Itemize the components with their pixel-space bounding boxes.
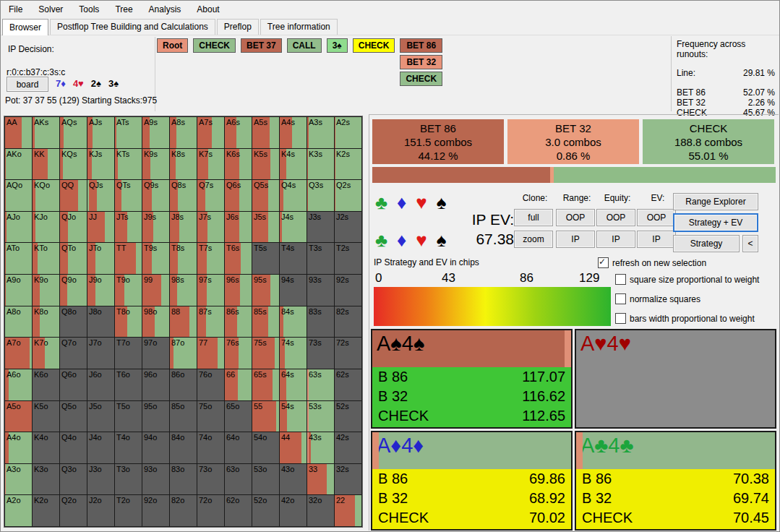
tab-postflop-tree-building-and-calculations[interactable]: Postflop Tree Building and Calculations: [50, 19, 215, 35]
action-option-check[interactable]: CHECK: [400, 72, 442, 86]
clone-full-button[interactable]: full: [514, 209, 553, 226]
menu-tree[interactable]: Tree: [107, 1, 140, 17]
hand-cell-72o[interactable]: 72o: [197, 495, 224, 526]
option-checkbox-square-size-proportional-to-weight-box[interactable]: [615, 274, 626, 285]
hand-cell-k8o[interactable]: K8o: [33, 306, 59, 338]
action-node-check[interactable]: CHECK: [193, 38, 236, 53]
hand-cell-j8o[interactable]: J8o: [87, 306, 114, 338]
hand-cell-q6s[interactable]: Q6s: [225, 180, 252, 211]
hand-cell-75o[interactable]: 75o: [197, 401, 224, 432]
hand-cell-k8s[interactable]: K8s: [170, 149, 197, 180]
hand-cell-aa[interactable]: AA: [5, 117, 32, 148]
hand-cell-j7s[interactable]: J7s: [197, 212, 224, 243]
hand-cell-82o[interactable]: 82o: [170, 495, 197, 526]
hand-cell-87o[interactable]: 87o: [170, 338, 197, 369]
refresh-checkbox-box[interactable]: ✓: [598, 257, 609, 268]
hand-cell-92o[interactable]: 92o: [142, 495, 169, 526]
hand-cell-98s[interactable]: 98s: [170, 275, 197, 306]
hand-cell-j7o[interactable]: J7o: [87, 338, 114, 369]
suit-1-item-icon[interactable]: ♦: [397, 193, 406, 212]
hand-cell-a9o[interactable]: A9o: [5, 275, 32, 306]
hand-cell-85s[interactable]: 85s: [252, 306, 279, 338]
hand-cell-63o[interactable]: 63o: [225, 464, 252, 495]
hand-cell-j3o[interactable]: J3o: [87, 464, 114, 495]
hand-cell-54s[interactable]: 54s: [280, 401, 307, 432]
hand-cell-32o[interactable]: 32o: [307, 495, 334, 526]
option-checkbox-normalize-squares-box[interactable]: [615, 293, 626, 304]
tab-tree-information[interactable]: Tree information: [260, 19, 338, 35]
option-checkbox-bars-width-proportional-to-weight[interactable]: bars width proportional to weight: [615, 313, 755, 324]
hand-cell-92s[interactable]: 92s: [335, 275, 361, 306]
hand-cell-k5s[interactable]: K5s: [252, 149, 279, 180]
hand-cell-98o[interactable]: 98o: [142, 306, 169, 338]
hand-cell-42o[interactable]: 42o: [280, 495, 307, 526]
hand-cell-q4o[interactable]: Q4o: [60, 432, 87, 463]
hand-cell-97o[interactable]: 97o: [142, 338, 169, 369]
hand-cell-43o[interactable]: 43o: [280, 464, 307, 495]
hand-cell-42s[interactable]: 42s: [335, 432, 361, 463]
hand-cell-qjo[interactable]: QJo: [60, 212, 87, 243]
hand-cell-95o[interactable]: 95o: [142, 401, 169, 432]
hand-cell-qts[interactable]: QTs: [115, 180, 142, 211]
hand-cell-86o[interactable]: 86o: [170, 369, 197, 400]
hand-cell-q8o[interactable]: Q8o: [60, 306, 87, 338]
hand-cell-k6s[interactable]: K6s: [225, 149, 252, 180]
action-summary-bet-32[interactable]: BET 323.0 combos0.86 %: [507, 119, 639, 164]
suit-1-item-icon[interactable]: ♥: [416, 193, 427, 212]
hand-cell-kjs[interactable]: KJs: [87, 149, 114, 180]
hand-cell-76s[interactable]: 76s: [225, 338, 252, 369]
hand-cell-qq[interactable]: QQ: [60, 180, 87, 211]
hand-cell-32s[interactable]: 32s: [335, 464, 361, 495]
option-checkbox-square-size-proportional-to-weight[interactable]: square size proportional to weight: [615, 274, 759, 285]
hand-cell-a6o[interactable]: A6o: [5, 369, 32, 400]
equity-ip-button[interactable]: IP: [596, 231, 635, 248]
hand-cell-j3s[interactable]: J3s: [307, 212, 334, 243]
hand-cell-q8s[interactable]: Q8s: [170, 180, 197, 211]
hand-cell-63s[interactable]: 63s: [307, 369, 334, 400]
hand-cell-ajo[interactable]: AJo: [5, 212, 32, 243]
hand-cell-a5s[interactable]: A5s: [252, 117, 279, 148]
hand-cell-a2s[interactable]: A2s: [335, 117, 361, 148]
hand-cell-44[interactable]: 44: [280, 432, 307, 463]
hand-cell-76o[interactable]: 76o: [197, 369, 224, 400]
hand-cell-t3o[interactable]: T3o: [115, 464, 142, 495]
hand-cell-t9s[interactable]: T9s: [142, 243, 169, 274]
clone-zoom-button[interactable]: zoom: [514, 231, 553, 248]
hand-cell-65o[interactable]: 65o: [225, 401, 252, 432]
hand-cell-t2s[interactable]: T2s: [335, 243, 361, 274]
combo-box-a-4[interactable]: A♥4♥: [575, 329, 776, 429]
hand-cell-95s[interactable]: 95s: [252, 275, 279, 306]
hand-cell-a9s[interactable]: A9s: [142, 117, 169, 148]
ev-ip-button[interactable]: IP: [637, 231, 676, 248]
hand-cell-a8o[interactable]: A8o: [5, 306, 32, 338]
ev-oop-button[interactable]: OOP: [637, 209, 676, 226]
tab-preflop[interactable]: Preflop: [217, 19, 259, 35]
range-ip-button[interactable]: IP: [556, 231, 595, 248]
hand-cell-74o[interactable]: 74o: [197, 432, 224, 463]
hand-cell-kts[interactable]: KTs: [115, 149, 142, 180]
hand-cell-k5o[interactable]: K5o: [33, 401, 59, 432]
hand-cell-k4o[interactable]: K4o: [33, 432, 59, 463]
hand-cell-jts[interactable]: JTs: [115, 212, 142, 243]
hand-cell-t5s[interactable]: T5s: [252, 243, 279, 274]
hand-cell-62s[interactable]: 62s: [335, 369, 361, 400]
hand-cell-43s[interactable]: 43s: [307, 432, 334, 463]
hand-cell-a3s[interactable]: A3s: [307, 117, 334, 148]
suit-2-item-icon[interactable]: ♥: [416, 231, 427, 249]
hand-cell-73o[interactable]: 73o: [197, 464, 224, 495]
back-button[interactable]: <: [742, 235, 758, 252]
hand-cell-ato[interactable]: ATo: [5, 243, 32, 274]
board-button[interactable]: board: [7, 77, 48, 92]
hand-cell-j9o[interactable]: J9o: [87, 275, 114, 306]
hand-cell-q7o[interactable]: Q7o: [60, 338, 87, 369]
hand-cell-kjo[interactable]: KJo: [33, 212, 59, 243]
suit-1-item-icon[interactable]: ♠: [437, 193, 447, 212]
hand-cell-k9o[interactable]: K9o: [33, 275, 59, 306]
hand-cell-a2o[interactable]: A2o: [5, 495, 32, 526]
hand-cell-t3s[interactable]: T3s: [307, 243, 334, 274]
hand-cell-q3s[interactable]: Q3s: [307, 180, 334, 211]
hand-cell-k2s[interactable]: K2s: [335, 149, 361, 180]
hand-cell-j5s[interactable]: J5s: [252, 212, 279, 243]
hand-cell-54o[interactable]: 54o: [252, 432, 279, 463]
hand-cell-99[interactable]: 99: [142, 275, 169, 306]
